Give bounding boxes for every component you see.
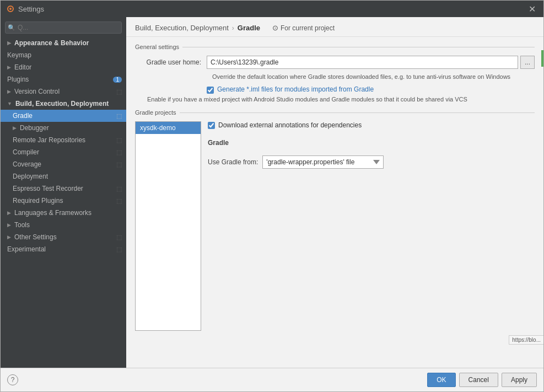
for-project-label: For current project — [281, 24, 335, 32]
sidebar-item-label: Other Settings — [14, 233, 57, 241]
apply-button[interactable]: Apply — [502, 373, 537, 387]
panel-header: Build, Execution, Deployment › Gradle ⊙ … — [126, 17, 543, 37]
search-input[interactable] — [5, 22, 122, 34]
generate-iml-label: Generate *.iml files for modules importe… — [217, 85, 374, 93]
sidebar-item-label: Required Plugins — [13, 197, 63, 205]
generate-iml-hint: Enable if you have a mixed project with … — [147, 96, 535, 103]
sidebar-item-label: Languages & Frameworks — [14, 209, 91, 217]
arrow-icon: ▶ — [7, 65, 11, 70]
sidebar-item-tools[interactable]: ▶ Tools — [1, 219, 126, 231]
download-annotations-label: Download external annotations for depend… — [218, 121, 362, 129]
project-icon: ⊙ — [272, 24, 278, 32]
sidebar-item-other-settings[interactable]: ▶ Other Settings ⬚ — [1, 231, 126, 243]
arrow-icon: ▶ — [13, 125, 17, 131]
generate-iml-checkbox[interactable] — [207, 87, 214, 94]
breadcrumb-arrow: › — [232, 24, 234, 32]
right-panel-wrapper: Build, Execution, Deployment › Gradle ⊙ … — [126, 17, 543, 368]
override-hint: Override the default location where Grad… — [212, 73, 535, 80]
sidebar-item-languages-frameworks[interactable]: ▶ Languages & Frameworks — [1, 207, 126, 219]
gradle-user-home-input[interactable] — [207, 56, 518, 69]
generate-iml-row: Generate *.iml files for modules importe… — [207, 85, 535, 94]
project-item-xysdk-demo[interactable]: xysdk-demo — [136, 122, 201, 134]
title-bar-left: Settings — [6, 4, 44, 13]
download-annotations-row: Download external annotations for depend… — [208, 121, 535, 129]
sidebar-item-label: Keymap — [7, 51, 31, 59]
right-panel: Build, Execution, Deployment › Gradle ⊙ … — [126, 17, 543, 368]
close-button[interactable]: ✕ — [526, 3, 538, 15]
projects-list: xysdk-demo — [135, 121, 201, 331]
for-current-project: ⊙ For current project — [272, 24, 335, 32]
copy-icon: ⬚ — [116, 88, 122, 95]
copy-icon: ⬚ — [116, 161, 122, 168]
sidebar-item-label: Coverage — [13, 160, 41, 168]
sidebar-item-required-plugins[interactable]: Required Plugins ⬚ — [1, 195, 126, 207]
sidebar-item-label: Build, Execution, Deployment — [15, 100, 109, 108]
gradle-projects-layout: xysdk-demo Download external annotations… — [135, 121, 535, 331]
sidebar: 🔍 ▶ Appearance & Behavior Keymap ▶ Edito… — [1, 17, 126, 368]
help-button[interactable]: ? — [7, 374, 18, 385]
sidebar-item-appearance[interactable]: ▶ Appearance & Behavior — [1, 37, 126, 49]
dialog-title: Settings — [18, 5, 44, 13]
settings-app-icon — [6, 4, 15, 13]
browse-button[interactable]: ... — [520, 56, 535, 69]
sidebar-item-debugger[interactable]: ▶ Debugger — [1, 122, 126, 134]
url-hint: https://blo... — [509, 335, 543, 345]
copy-icon: ⬚ — [116, 246, 122, 253]
sidebar-item-coverage[interactable]: Coverage ⬚ — [1, 158, 126, 170]
sidebar-item-label: Espresso Test Recorder — [13, 185, 83, 192]
gradle-from-row: Use Gradle from: 'gradle-wrapper.propert… — [208, 155, 535, 169]
bottom-bar: ? OK Cancel Apply — [1, 368, 543, 391]
copy-icon: ⬚ — [116, 112, 122, 120]
copy-icon: ⬚ — [116, 197, 122, 205]
sidebar-item-label: Compiler — [13, 148, 39, 156]
gradle-user-home-input-wrap: ... — [207, 56, 535, 69]
breadcrumb-part1: Build, Execution, Deployment — [135, 24, 229, 32]
gradle-from-select[interactable]: 'gradle-wrapper.properties' file Specifi… — [262, 155, 384, 169]
gradle-from-label: Use Gradle from: — [208, 158, 258, 166]
gradle-projects-title: Gradle projects — [135, 109, 535, 116]
gradle-user-home-row: Gradle user home: ... — [135, 56, 535, 69]
sidebar-item-deployment[interactable]: Deployment — [1, 170, 126, 182]
sidebar-item-build-execution[interactable]: ▼ Build, Execution, Deployment — [1, 98, 126, 110]
sidebar-item-plugins[interactable]: Plugins 1 — [1, 73, 126, 85]
sidebar-item-editor[interactable]: ▶ Editor — [1, 61, 126, 73]
arrow-icon: ▶ — [7, 234, 11, 240]
sidebar-item-label: Version Control — [14, 88, 60, 95]
cancel-button[interactable]: Cancel — [459, 373, 498, 387]
sidebar-item-label: Plugins — [7, 76, 29, 83]
sidebar-item-experimental[interactable]: Experimental ⬚ — [1, 243, 126, 255]
search-box[interactable]: 🔍 — [5, 22, 122, 34]
gradle-user-home-label: Gradle user home: — [135, 58, 207, 66]
copy-icon: ⬚ — [116, 185, 122, 192]
sidebar-item-label: Remote Jar Repositories — [13, 136, 85, 144]
sidebar-item-remote-jar[interactable]: Remote Jar Repositories ⬚ — [1, 134, 126, 146]
sidebar-item-gradle[interactable]: Gradle ⬚ — [1, 110, 126, 122]
sidebar-item-label: Debugger — [20, 124, 49, 132]
arrow-icon: ▼ — [7, 101, 12, 106]
gradle-subsection-title: Gradle — [208, 139, 535, 147]
search-icon: 🔍 — [8, 24, 15, 31]
sidebar-item-version-control[interactable]: ▶ Version Control ⬚ — [1, 85, 126, 98]
arrow-icon: ▶ — [7, 89, 11, 94]
arrow-icon: ▶ — [7, 222, 11, 228]
sidebar-item-keymap[interactable]: Keymap — [1, 49, 126, 61]
arrow-icon: ▶ — [7, 210, 11, 216]
sidebar-item-espresso[interactable]: Espresso Test Recorder ⬚ — [1, 182, 126, 195]
sidebar-item-label: Editor — [14, 63, 31, 71]
copy-icon: ⬚ — [116, 137, 122, 144]
arrow-icon: ▶ — [7, 40, 11, 46]
sidebar-item-compiler[interactable]: Compiler ⬚ — [1, 146, 126, 158]
sidebar-item-label: Gradle — [13, 112, 33, 120]
project-settings: Download external annotations for depend… — [208, 121, 535, 331]
plugins-badge: 1 — [113, 77, 122, 83]
ok-button[interactable]: OK — [427, 373, 455, 387]
panel-body: General settings Gradle user home: ... O… — [126, 37, 543, 368]
settings-dialog: Settings ✕ 🔍 ▶ Appearance & Behavior Key… — [0, 0, 544, 392]
scroll-indicator — [541, 50, 543, 67]
download-annotations-checkbox[interactable] — [208, 122, 215, 129]
sidebar-item-label: Appearance & Behavior — [14, 39, 89, 47]
breadcrumb-current: Gradle — [238, 24, 260, 32]
title-bar: Settings ✕ — [1, 1, 543, 17]
svg-point-1 — [9, 8, 12, 10]
general-settings-title: General settings — [135, 44, 535, 50]
